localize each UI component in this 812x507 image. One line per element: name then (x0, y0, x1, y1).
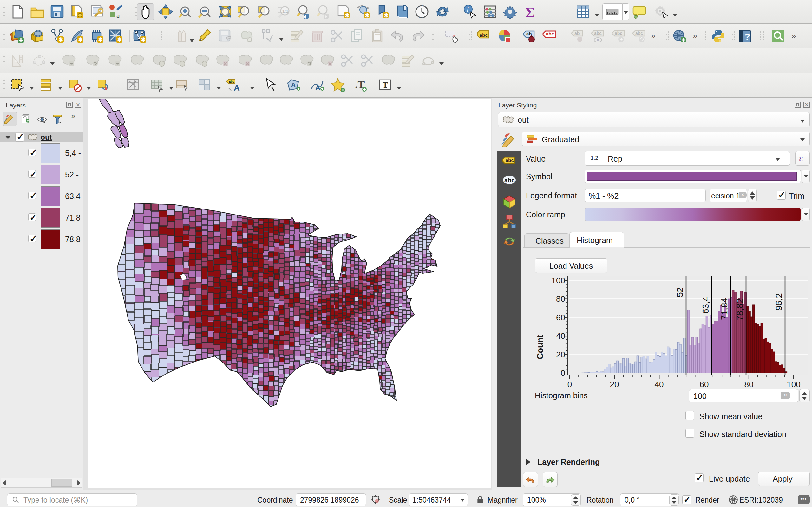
svg-text:Σ: Σ (525, 4, 535, 19)
svg-text:Count: Count (536, 335, 545, 359)
svg-text:80: 80 (745, 380, 754, 389)
svg-text:A: A (315, 83, 320, 92)
svg-text:20: 20 (556, 350, 565, 359)
svg-text:40: 40 (655, 380, 664, 389)
svg-text:0: 0 (567, 380, 572, 389)
svg-text:✱: ✱ (78, 37, 83, 43)
svg-text:ab: ab (526, 31, 532, 37)
svg-text:100: 100 (786, 380, 800, 389)
svg-text:A: A (234, 83, 240, 93)
svg-text:T: T (383, 80, 388, 90)
svg-text:71,84: 71,84 (719, 298, 729, 320)
svg-text:✱: ✱ (365, 12, 369, 19)
svg-text:i: i (467, 6, 469, 13)
svg-text:1:1: 1:1 (282, 9, 288, 14)
svg-text:63,4: 63,4 (701, 297, 711, 314)
svg-text:abc: abc (635, 31, 643, 36)
svg-text:78,82: 78,82 (735, 298, 745, 321)
svg-text:96,2: 96,2 (774, 293, 784, 311)
svg-text:✱: ✱ (117, 37, 122, 43)
svg-text:40: 40 (556, 331, 565, 341)
svg-text:abc: abc (504, 177, 515, 183)
svg-text:abc: abc (546, 31, 554, 37)
svg-text:✱: ✱ (141, 37, 146, 43)
svg-text:A: A (291, 81, 296, 89)
svg-text:52: 52 (675, 287, 685, 297)
svg-text:ab: ab (574, 31, 579, 36)
svg-text:100: 100 (552, 276, 565, 285)
svg-text:abc: abc (479, 32, 488, 38)
svg-text:20: 20 (610, 380, 619, 389)
svg-text:80: 80 (556, 294, 565, 303)
svg-text:60: 60 (556, 313, 565, 322)
svg-text:abc: abc (615, 31, 622, 36)
svg-text:✱: ✱ (59, 37, 63, 43)
svg-text:✱: ✱ (345, 12, 350, 19)
svg-text:abc: abc (594, 31, 602, 36)
svg-text:abc: abc (506, 158, 514, 163)
svg-text:a: a (116, 11, 120, 19)
svg-text:?: ? (745, 32, 750, 42)
svg-text:60: 60 (700, 380, 709, 389)
svg-text:✱: ✱ (384, 12, 389, 19)
svg-text:✱: ✱ (98, 37, 103, 43)
